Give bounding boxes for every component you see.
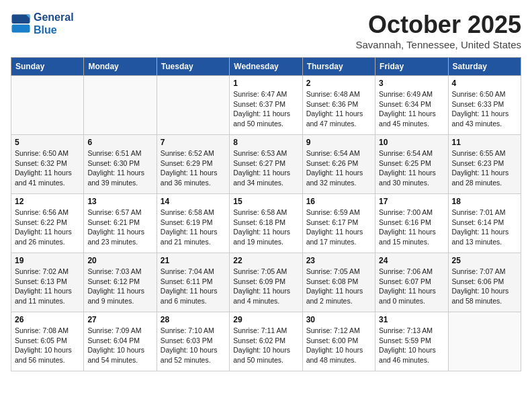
calendar-cell: [448, 312, 521, 371]
day-number: 3: [379, 79, 444, 88]
day-number: 23: [306, 256, 371, 265]
calendar-cell: 27Sunrise: 7:09 AM Sunset: 6:04 PM Dayli…: [84, 312, 157, 371]
day-header-wednesday: Wednesday: [230, 58, 302, 76]
day-header-monday: Monday: [84, 58, 157, 76]
day-number: 27: [87, 315, 152, 324]
cell-info: Sunrise: 6:48 AM Sunset: 6:36 PM Dayligh…: [306, 89, 371, 129]
calendar-cell: 11Sunrise: 6:55 AM Sunset: 6:23 PM Dayli…: [448, 135, 521, 194]
cell-info: Sunrise: 6:54 AM Sunset: 6:26 PM Dayligh…: [306, 148, 371, 188]
calendar-cell: 29Sunrise: 7:11 AM Sunset: 6:02 PM Dayli…: [230, 312, 302, 371]
day-header-saturday: Saturday: [448, 58, 521, 76]
day-number: 24: [379, 256, 444, 265]
cell-info: Sunrise: 7:11 AM Sunset: 6:02 PM Dayligh…: [233, 326, 298, 365]
day-number: 6: [87, 138, 152, 147]
day-number: 21: [161, 256, 226, 265]
month-title: October 2025: [355, 11, 521, 39]
cell-info: Sunrise: 6:53 AM Sunset: 6:27 PM Dayligh…: [233, 148, 298, 188]
calendar-week-5: 26Sunrise: 7:08 AM Sunset: 6:05 PM Dayli…: [11, 312, 521, 371]
calendar-cell: 5Sunrise: 6:50 AM Sunset: 6:32 PM Daylig…: [11, 135, 84, 194]
location-subtitle: Savannah, Tennessee, United States: [355, 39, 521, 50]
day-number: 2: [306, 79, 371, 88]
day-number: 18: [452, 197, 517, 206]
calendar-week-3: 12Sunrise: 6:56 AM Sunset: 6:22 PM Dayli…: [11, 194, 521, 253]
page-header: General Blue October 2025 Savannah, Tenn…: [11, 11, 521, 50]
day-number: 25: [452, 256, 517, 265]
day-header-thursday: Thursday: [302, 58, 375, 76]
cell-info: Sunrise: 6:59 AM Sunset: 6:17 PM Dayligh…: [306, 208, 371, 247]
cell-info: Sunrise: 7:03 AM Sunset: 6:12 PM Dayligh…: [87, 267, 152, 306]
cell-info: Sunrise: 7:10 AM Sunset: 6:03 PM Dayligh…: [161, 326, 226, 365]
calendar-cell: 4Sunrise: 6:50 AM Sunset: 6:33 PM Daylig…: [448, 76, 521, 135]
day-number: 14: [161, 197, 226, 206]
title-area: October 2025 Savannah, Tennessee, United…: [355, 11, 521, 50]
calendar-week-2: 5Sunrise: 6:50 AM Sunset: 6:32 PM Daylig…: [11, 135, 521, 194]
calendar-cell: 13Sunrise: 6:57 AM Sunset: 6:21 PM Dayli…: [84, 194, 157, 253]
cell-info: Sunrise: 6:58 AM Sunset: 6:18 PM Dayligh…: [233, 208, 298, 247]
calendar-cell: 12Sunrise: 6:56 AM Sunset: 6:22 PM Dayli…: [11, 194, 84, 253]
day-number: 17: [379, 197, 444, 206]
calendar-cell: 16Sunrise: 6:59 AM Sunset: 6:17 PM Dayli…: [302, 194, 375, 253]
cell-info: Sunrise: 7:09 AM Sunset: 6:04 PM Dayligh…: [87, 326, 152, 365]
cell-info: Sunrise: 6:55 AM Sunset: 6:23 PM Dayligh…: [452, 148, 517, 188]
cell-info: Sunrise: 6:51 AM Sunset: 6:30 PM Dayligh…: [87, 148, 152, 188]
day-number: 8: [233, 138, 298, 147]
day-number: 16: [306, 197, 371, 206]
calendar-cell: 10Sunrise: 6:54 AM Sunset: 6:25 PM Dayli…: [375, 135, 448, 194]
calendar-cell: 31Sunrise: 7:13 AM Sunset: 5:59 PM Dayli…: [375, 312, 448, 371]
calendar-cell: 14Sunrise: 6:58 AM Sunset: 6:19 PM Dayli…: [157, 194, 229, 253]
cell-info: Sunrise: 7:12 AM Sunset: 6:00 PM Dayligh…: [306, 326, 371, 365]
calendar-cell: 19Sunrise: 7:02 AM Sunset: 6:13 PM Dayli…: [11, 253, 84, 312]
calendar-cell: 20Sunrise: 7:03 AM Sunset: 6:12 PM Dayli…: [84, 253, 157, 312]
day-number: 28: [161, 315, 226, 324]
day-number: 5: [15, 138, 80, 147]
calendar-cell: 15Sunrise: 6:58 AM Sunset: 6:18 PM Dayli…: [230, 194, 302, 253]
cell-info: Sunrise: 6:49 AM Sunset: 6:34 PM Dayligh…: [379, 89, 444, 129]
logo-icon: [11, 13, 31, 34]
cell-info: Sunrise: 6:47 AM Sunset: 6:37 PM Dayligh…: [233, 89, 298, 129]
calendar-cell: 2Sunrise: 6:48 AM Sunset: 6:36 PM Daylig…: [302, 76, 375, 135]
calendar-cell: 1Sunrise: 6:47 AM Sunset: 6:37 PM Daylig…: [230, 76, 302, 135]
calendar-cell: 22Sunrise: 7:05 AM Sunset: 6:09 PM Dayli…: [230, 253, 302, 312]
day-number: 7: [161, 138, 226, 147]
cell-info: Sunrise: 7:05 AM Sunset: 6:09 PM Dayligh…: [233, 267, 298, 306]
day-header-tuesday: Tuesday: [157, 58, 229, 76]
day-number: 29: [233, 315, 298, 324]
calendar-cell: 6Sunrise: 6:51 AM Sunset: 6:30 PM Daylig…: [84, 135, 157, 194]
day-number: 19: [15, 256, 80, 265]
cell-info: Sunrise: 6:54 AM Sunset: 6:25 PM Dayligh…: [379, 148, 444, 188]
svg-rect-0: [12, 15, 30, 24]
calendar-cell: [157, 76, 229, 135]
calendar-cell: 23Sunrise: 7:05 AM Sunset: 6:08 PM Dayli…: [302, 253, 375, 312]
calendar-cell: 3Sunrise: 6:49 AM Sunset: 6:34 PM Daylig…: [375, 76, 448, 135]
calendar-header-row: SundayMondayTuesdayWednesdayThursdayFrid…: [11, 58, 521, 76]
cell-info: Sunrise: 6:50 AM Sunset: 6:32 PM Dayligh…: [15, 148, 80, 188]
calendar-cell: 17Sunrise: 7:00 AM Sunset: 6:16 PM Dayli…: [375, 194, 448, 253]
calendar-cell: 18Sunrise: 7:01 AM Sunset: 6:14 PM Dayli…: [448, 194, 521, 253]
day-number: 26: [15, 315, 80, 324]
cell-info: Sunrise: 7:04 AM Sunset: 6:11 PM Dayligh…: [161, 267, 226, 306]
cell-info: Sunrise: 7:05 AM Sunset: 6:08 PM Dayligh…: [306, 267, 371, 306]
day-header-sunday: Sunday: [11, 58, 84, 76]
calendar-cell: 30Sunrise: 7:12 AM Sunset: 6:00 PM Dayli…: [302, 312, 375, 371]
day-number: 13: [87, 197, 152, 206]
day-number: 31: [379, 315, 444, 324]
cell-info: Sunrise: 7:08 AM Sunset: 6:05 PM Dayligh…: [15, 326, 80, 365]
day-number: 11: [452, 138, 517, 147]
day-number: 1: [233, 79, 298, 88]
cell-info: Sunrise: 7:01 AM Sunset: 6:14 PM Dayligh…: [452, 208, 517, 247]
calendar-cell: 25Sunrise: 7:07 AM Sunset: 6:06 PM Dayli…: [448, 253, 521, 312]
calendar-cell: [84, 76, 157, 135]
cell-info: Sunrise: 6:56 AM Sunset: 6:22 PM Dayligh…: [15, 208, 80, 247]
calendar-cell: 24Sunrise: 7:06 AM Sunset: 6:07 PM Dayli…: [375, 253, 448, 312]
logo: General Blue: [11, 11, 74, 36]
day-number: 10: [379, 138, 444, 147]
day-number: 15: [233, 197, 298, 206]
cell-info: Sunrise: 6:58 AM Sunset: 6:19 PM Dayligh…: [161, 208, 226, 247]
calendar-table: SundayMondayTuesdayWednesdayThursdayFrid…: [11, 57, 521, 371]
day-number: 20: [87, 256, 152, 265]
day-number: 12: [15, 197, 80, 206]
cell-info: Sunrise: 7:00 AM Sunset: 6:16 PM Dayligh…: [379, 208, 444, 247]
calendar-cell: [11, 76, 84, 135]
day-number: 22: [233, 256, 298, 265]
calendar-cell: 21Sunrise: 7:04 AM Sunset: 6:11 PM Dayli…: [157, 253, 229, 312]
